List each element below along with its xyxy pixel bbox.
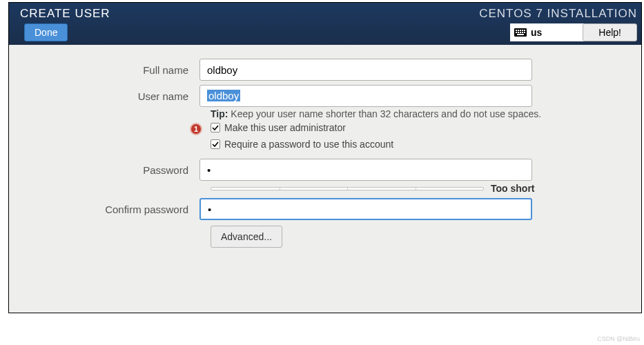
annotation-badge-1: 1 xyxy=(190,123,202,135)
svg-rect-11 xyxy=(517,34,524,35)
full-name-label: Full name xyxy=(9,64,199,76)
svg-rect-4 xyxy=(522,30,523,31)
svg-rect-6 xyxy=(516,32,517,33)
require-password-checkbox-label: Require a password to use this account xyxy=(224,139,393,150)
password-strength-bar xyxy=(211,187,484,190)
create-user-form: Full name User name oldboy Tip: Keep you… xyxy=(9,45,641,314)
confirm-password-label: Confirm password xyxy=(9,204,199,215)
password-strength-text: Too short xyxy=(491,183,535,194)
header-bar: CREATE USER CENTOS 7 INSTALLATION Done u… xyxy=(9,3,641,45)
keyboard-icon xyxy=(514,28,527,37)
user-name-input[interactable] xyxy=(199,85,532,107)
svg-rect-5 xyxy=(524,30,525,31)
full-name-input[interactable] xyxy=(199,59,532,81)
installer-title: CENTOS 7 INSTALLATION xyxy=(479,7,637,21)
keyboard-layout-label: us xyxy=(531,27,542,38)
done-button[interactable]: Done xyxy=(24,23,68,41)
svg-rect-3 xyxy=(520,30,521,31)
page-title: CREATE USER xyxy=(20,7,110,21)
svg-rect-9 xyxy=(522,32,523,33)
admin-checkbox-label: Make this user administrator xyxy=(224,122,346,133)
watermark: CSDN @NiBiru xyxy=(597,335,640,342)
svg-rect-10 xyxy=(524,32,525,33)
password-label: Password xyxy=(9,164,199,176)
confirm-password-input[interactable] xyxy=(199,198,532,220)
password-input[interactable] xyxy=(199,159,532,181)
svg-rect-8 xyxy=(520,32,521,33)
advanced-button[interactable]: Advanced... xyxy=(211,226,282,248)
svg-rect-7 xyxy=(518,32,519,33)
svg-rect-2 xyxy=(518,30,519,31)
help-button[interactable]: Help! xyxy=(583,23,637,41)
svg-rect-1 xyxy=(516,30,517,31)
keyboard-indicator[interactable]: us xyxy=(510,23,586,41)
require-password-checkbox[interactable] xyxy=(211,139,220,149)
admin-checkbox[interactable] xyxy=(211,123,220,132)
user-name-tip: Tip: Keep your user name shorter than 32… xyxy=(211,108,541,119)
user-name-label: User name xyxy=(9,90,199,102)
